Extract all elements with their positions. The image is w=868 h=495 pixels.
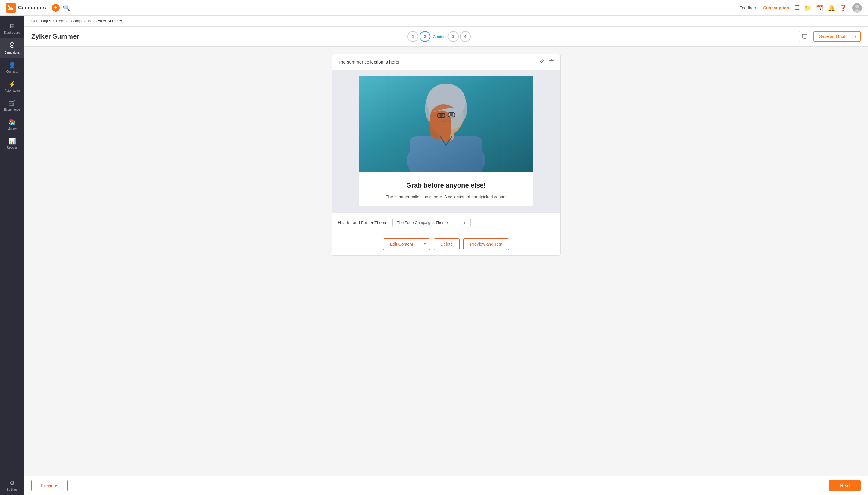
step-2-number: 2 <box>424 34 426 39</box>
sidebar-item-contacts[interactable]: 👤 Contacts <box>0 58 24 77</box>
edit-content-button-group[interactable]: Edit Content ▼ <box>383 238 430 250</box>
feedback-link[interactable]: Feedback <box>739 5 758 10</box>
breadcrumb-bar: Campaigns › Regular Campaigns › Zylker S… <box>24 16 868 27</box>
sidebar-item-dashboard[interactable]: ⊞ Dashboard <box>0 19 24 38</box>
action-buttons: Edit Content ▼ Delete Preview and Test <box>332 233 560 255</box>
help-icon[interactable]: ❓ <box>839 4 847 12</box>
sidebar-label-dashboard: Dashboard <box>4 31 20 34</box>
folder-icon[interactable]: 📁 <box>804 4 812 12</box>
svg-rect-6 <box>802 34 807 38</box>
breadcrumb-sep-1: › <box>53 19 54 23</box>
ecommerce-icon: 🛒 <box>8 100 16 107</box>
breadcrumb-campaigns[interactable]: Campaigns <box>31 19 51 23</box>
subscription-link[interactable]: Subscription <box>763 5 789 10</box>
svg-point-18 <box>450 113 453 116</box>
search-icon[interactable]: 🔍 <box>63 4 70 12</box>
campaign-title: Zylker Summer <box>31 33 79 40</box>
step-4-number: 4 <box>464 34 467 39</box>
save-exit-main-button[interactable]: Save and Exit <box>814 32 851 41</box>
bell-icon[interactable]: 🔔 <box>828 4 835 12</box>
sidebar-label-settings: Settings <box>7 488 17 491</box>
steps-container: 1 2 Content 3 4 <box>407 31 471 42</box>
save-exit-button[interactable]: Save and Exit ▼ <box>813 31 861 41</box>
app-name: Campaigns <box>18 5 46 11</box>
sidebar-label-campaigns: Campaigns <box>4 51 20 54</box>
sidebar-label-ecommerce: Ecommerce <box>4 108 20 111</box>
theme-select[interactable]: The Zoho Campaigns Theme ▼ <box>393 218 471 227</box>
svg-rect-7 <box>550 60 553 63</box>
svg-rect-0 <box>6 3 16 13</box>
nav-icons: ☰ 📁 📅 🔔 ❓ <box>795 4 847 12</box>
delete-button[interactable]: Delete <box>434 238 459 250</box>
email-body-content: Grab before anyone else! The summer coll… <box>359 172 534 206</box>
email-headline: Grab before anyone else! <box>371 182 521 189</box>
avatar[interactable] <box>852 3 862 13</box>
step-2[interactable]: 2 <box>419 31 430 42</box>
step-3[interactable]: 3 <box>448 31 459 42</box>
list-icon[interactable]: ☰ <box>795 4 800 12</box>
subject-bar: The summer collection is here! <box>332 54 560 70</box>
sidebar-label-reports: Reports <box>7 146 17 149</box>
top-nav: Campaigns + 🔍 Feedback Subscription ☰ 📁 … <box>0 0 868 16</box>
step-1[interactable]: 1 <box>407 31 418 42</box>
step-3-number: 3 <box>452 34 454 39</box>
step-1-number: 1 <box>412 34 414 39</box>
sidebar-label-automation: Automation <box>4 89 20 92</box>
header-actions: Save and Exit ▼ <box>799 31 861 42</box>
reports-icon: 📊 <box>8 137 16 145</box>
sidebar-item-campaigns[interactable]: Campaigns <box>0 38 24 58</box>
theme-selected-value: The Zoho Campaigns Theme <box>397 220 448 225</box>
top-nav-right: Feedback Subscription ☰ 📁 📅 🔔 ❓ <box>739 3 862 13</box>
sidebar-item-automation[interactable]: ⚡ Automation <box>0 77 24 96</box>
sidebar: ⊞ Dashboard Campaigns 👤 Contacts ⚡ Autom… <box>0 16 24 495</box>
sidebar-label-contacts: Contacts <box>6 70 18 73</box>
edit-content-arrow[interactable]: ▼ <box>420 239 430 250</box>
footer-theme-label: Header and Footer Theme <box>338 220 387 225</box>
calendar-icon[interactable]: 📅 <box>816 4 823 12</box>
svg-point-17 <box>439 113 443 117</box>
footer-section: Header and Footer Theme The Zoho Campaig… <box>332 212 560 233</box>
previous-button[interactable]: Previous <box>31 480 68 491</box>
library-icon: 📚 <box>8 118 16 126</box>
automation-icon: ⚡ <box>8 81 16 88</box>
save-exit-dropdown-arrow[interactable]: ▼ <box>851 32 861 41</box>
breadcrumb: Campaigns › Regular Campaigns › Zylker S… <box>31 19 122 23</box>
campaigns-icon <box>9 41 15 50</box>
preview-icon-button[interactable] <box>799 31 811 42</box>
theme-chevron-icon: ▼ <box>463 221 467 225</box>
step-4[interactable]: 4 <box>460 31 471 42</box>
email-preview: Grab before anyone else! The summer coll… <box>332 70 560 212</box>
edit-subject-icon[interactable] <box>539 58 544 65</box>
email-preview-inner: Grab before anyone else! The summer coll… <box>359 76 534 206</box>
edit-content-button[interactable]: Edit Content <box>383 239 420 250</box>
contacts-icon: 👤 <box>8 62 16 69</box>
app-logo[interactable]: Campaigns <box>6 3 46 13</box>
subject-text: The summer collection is here! <box>338 59 399 65</box>
dashboard-icon: ⊞ <box>10 22 15 30</box>
email-hero-image <box>359 76 534 172</box>
breadcrumb-sep-2: › <box>92 19 94 23</box>
sidebar-item-settings[interactable]: ⚙ Settings <box>0 476 24 495</box>
breadcrumb-regular-campaigns[interactable]: Regular Campaigns <box>56 19 91 23</box>
main-content: Campaigns › Regular Campaigns › Zylker S… <box>24 16 868 495</box>
next-button[interactable]: Next <box>829 480 861 491</box>
sidebar-item-library[interactable]: 📚 Library <box>0 115 24 134</box>
step-2-label: Content <box>433 34 447 39</box>
svg-point-1 <box>8 5 9 7</box>
svg-point-5 <box>12 45 13 47</box>
delete-subject-icon[interactable] <box>549 58 554 65</box>
page-area: The summer collection is here! <box>24 47 868 476</box>
sidebar-item-reports[interactable]: 📊 Reports <box>0 134 24 153</box>
sidebar-item-ecommerce[interactable]: 🛒 Ecommerce <box>0 96 24 115</box>
sidebar-label-library: Library <box>7 127 17 130</box>
bottom-nav: Previous Next <box>24 476 868 495</box>
email-body-text: The summer collection is here. A collect… <box>371 193 521 200</box>
preview-test-button[interactable]: Preview and Test <box>463 238 509 250</box>
app-body: ⊞ Dashboard Campaigns 👤 Contacts ⚡ Autom… <box>0 16 868 495</box>
add-button[interactable]: + <box>52 4 60 12</box>
email-card: The summer collection is here! <box>331 54 560 256</box>
subject-actions <box>539 58 554 65</box>
settings-icon: ⚙ <box>9 480 15 487</box>
svg-point-3 <box>855 5 859 8</box>
campaign-header: Zylker Summer 1 2 Content 3 4 <box>24 27 868 47</box>
